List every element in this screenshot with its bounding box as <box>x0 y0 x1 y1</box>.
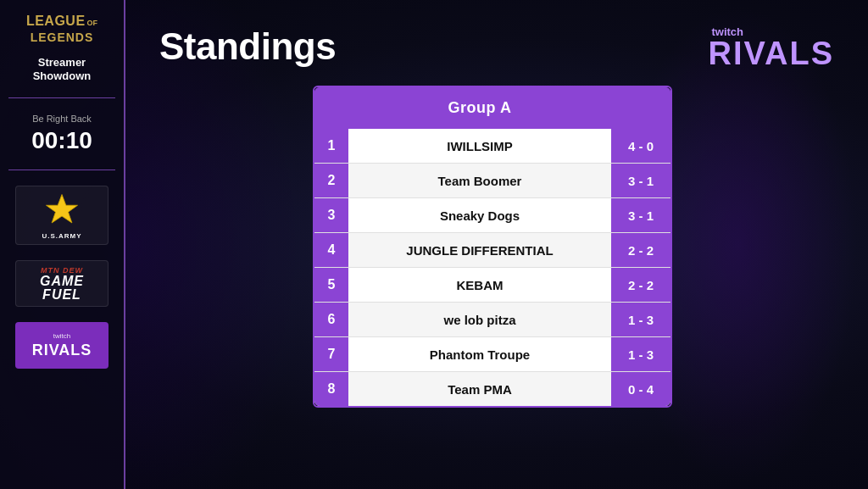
score-cell: 3 - 1 <box>611 198 670 233</box>
rank-cell: 6 <box>314 303 348 337</box>
score-cell: 4 - 0 <box>611 129 670 164</box>
svg-marker-0 <box>47 194 78 222</box>
header-score-cell <box>611 87 670 129</box>
score-cell: 0 - 4 <box>611 372 670 406</box>
table-row: 4 JUNGLE DIFFERENTIAL 2 - 2 <box>314 233 670 268</box>
lol-logo: LEAGUE OF LEGENDS Streamer Showdown <box>26 14 97 82</box>
main-content: Standings twitch RIVALS Group A 1 IWILLS… <box>125 0 868 489</box>
score-cell: 2 - 2 <box>611 268 670 303</box>
lol-legends-text: LEGENDS <box>31 31 94 44</box>
score-cell: 2 - 2 <box>611 233 670 268</box>
gamefuel-label: GAME <box>40 275 84 288</box>
rivals-twitch-label: twitch <box>53 332 70 340</box>
lol-league-text: LEAGUE <box>26 14 86 29</box>
rivals-sponsor: twitch RIVALS <box>15 322 108 369</box>
table-row: 2 Team Boomer 3 - 1 <box>314 164 670 198</box>
rank-cell: 1 <box>314 129 348 164</box>
rank-cell: 8 <box>314 372 348 406</box>
rivals-main-text: RIVALS <box>708 38 834 69</box>
header: Standings twitch RIVALS <box>125 0 868 86</box>
team-cell: Team Boomer <box>348 164 611 198</box>
team-cell: Team PMA <box>348 372 611 406</box>
table-container: Group A 1 IWILLSIMP 4 - 0 2 Team Boomer … <box>125 86 868 489</box>
team-cell: Phantom Troupe <box>348 337 611 372</box>
table-row: 5 KEBAM 2 - 2 <box>314 268 670 303</box>
timer-label: Be Right Back <box>32 114 92 124</box>
rank-cell: 3 <box>314 198 348 233</box>
lol-of-text: OF <box>87 19 98 27</box>
sidebar: LEAGUE OF LEGENDS Streamer Showdown Be R… <box>0 0 125 489</box>
score-cell: 3 - 1 <box>611 164 670 198</box>
score-cell: 1 - 3 <box>611 337 670 372</box>
gamefuel-fuel-label: FUEL <box>42 288 81 302</box>
army-star-icon <box>43 192 81 229</box>
team-cell: IWILLSIMP <box>348 129 611 164</box>
divider-2 <box>8 169 115 170</box>
group-label-cell: Group A <box>348 87 611 129</box>
timer-section: Be Right Back 00:10 <box>31 114 92 154</box>
rivals-rivals-label: RIVALS <box>32 342 92 359</box>
rank-cell: 5 <box>314 268 348 303</box>
page-title: Standings <box>159 25 336 68</box>
team-cell: we lob pitza <box>348 303 611 337</box>
team-cell: KEBAM <box>348 268 611 303</box>
team-cell: JUNGLE DIFFERENTIAL <box>348 233 611 268</box>
table-header-row: Group A <box>314 87 670 129</box>
table-row: 3 Sneaky Dogs 3 - 1 <box>314 198 670 233</box>
event-name: Streamer Showdown <box>33 56 92 82</box>
rank-cell: 4 <box>314 233 348 268</box>
timer-value: 00:10 <box>31 127 92 154</box>
army-sponsor: U.S.ARMY <box>15 186 108 245</box>
table-row: 8 Team PMA 0 - 4 <box>314 372 670 406</box>
score-cell: 1 - 3 <box>611 303 670 337</box>
rivals-logo: twitch RIVALS <box>708 25 834 69</box>
table-row: 7 Phantom Troupe 1 - 3 <box>314 337 670 372</box>
rank-cell: 2 <box>314 164 348 198</box>
standings-table: Group A 1 IWILLSIMP 4 - 0 2 Team Boomer … <box>314 87 670 406</box>
gamefuel-sponsor: MTN DEW GAME FUEL <box>15 260 108 307</box>
table-row: 1 IWILLSIMP 4 - 0 <box>314 129 670 164</box>
table-wrapper: Group A 1 IWILLSIMP 4 - 0 2 Team Boomer … <box>313 86 672 408</box>
header-rank-cell <box>314 87 348 129</box>
rank-cell: 7 <box>314 337 348 372</box>
team-cell: Sneaky Dogs <box>348 198 611 233</box>
table-row: 6 we lob pitza 1 - 3 <box>314 303 670 337</box>
divider-1 <box>8 97 115 98</box>
army-text: U.S.ARMY <box>42 232 81 240</box>
